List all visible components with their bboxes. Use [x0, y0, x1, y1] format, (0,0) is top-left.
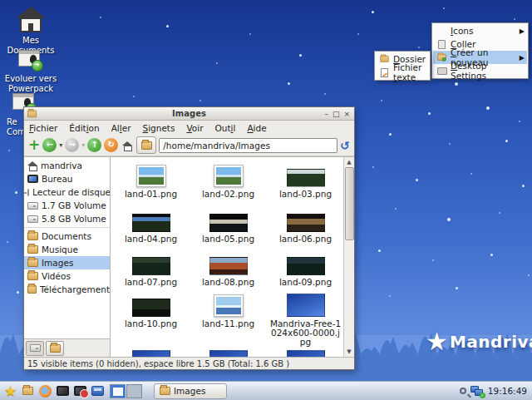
sidebar-item-musique[interactable]: Musique	[24, 243, 110, 256]
sidebar-item-documents[interactable]: Documents	[24, 230, 110, 243]
file-item[interactable]: land-01.png	[112, 160, 190, 205]
image-thumb-blue	[287, 350, 325, 357]
file-item[interactable]: land-02.png	[190, 160, 267, 205]
sidebar-item-label: Musique	[42, 244, 78, 254]
menu-aide[interactable]: Aide	[247, 123, 266, 133]
menu-signets[interactable]: Signets	[143, 123, 175, 133]
image-thumb-framed	[214, 294, 244, 317]
file-manager-icon[interactable]	[20, 383, 36, 398]
pager-desktop-1[interactable]	[110, 384, 126, 398]
up-button[interactable]: ↑	[87, 138, 101, 152]
reload-button[interactable]: ↻	[104, 138, 118, 152]
forward-history-dropdown[interactable]: ▾	[81, 141, 85, 149]
sidebar-item-téléchargement[interactable]: Téléchargement	[24, 283, 110, 296]
file-item[interactable]: land-05.png	[190, 205, 267, 249]
file-item[interactable]: Mandriva-	[112, 347, 190, 357]
sidebar-item-vidéos[interactable]: Vidéos	[24, 269, 110, 283]
menu-item-fichier-texte[interactable]: Fichier texte	[376, 66, 429, 79]
file-item[interactable]: land-03.png	[267, 160, 344, 205]
file-item[interactable]: land-04.png	[112, 205, 190, 249]
back-button[interactable]: ←	[42, 138, 57, 152]
folder-icon	[380, 56, 388, 62]
menu-fichier[interactable]: Fichier	[29, 123, 57, 133]
folder-icon	[27, 285, 37, 294]
menu-voir[interactable]: Voir	[186, 123, 203, 133]
vertical-scrollbar[interactable]: ▲ ▼	[343, 157, 354, 357]
file-item[interactable]: Mandriva-	[267, 347, 344, 357]
file-item[interactable]: land-11.png	[190, 290, 267, 347]
minimize-button[interactable]: –	[324, 110, 328, 118]
home-button[interactable]	[122, 141, 132, 150]
desktop-icon-evoluer-powerpack[interactable]: Evoluer vers Powerpack	[2, 50, 60, 94]
close-button[interactable]: ×	[343, 110, 350, 118]
menu-item-label: Fichier texte	[393, 62, 426, 82]
menu-édition[interactable]: Édition	[69, 123, 99, 133]
firefox-icon[interactable]	[37, 383, 53, 398]
file-name: land-10.png	[122, 319, 180, 328]
places-toggle-button[interactable]	[136, 136, 156, 154]
task-button-label: Images	[174, 386, 205, 396]
file-item[interactable]: land-07.png	[112, 249, 190, 290]
image-thumb-framed	[136, 165, 166, 187]
desktop-pager[interactable]	[110, 384, 142, 398]
file-name: land-05.png	[200, 235, 257, 244]
file-view[interactable]: land-01.pngland-02.pngland-03.pngland-04…	[111, 157, 354, 357]
go-refresh-button[interactable]: ↻	[340, 139, 350, 152]
file-item[interactable]: Mandriva-	[190, 347, 267, 357]
maximize-button[interactable]: □	[332, 110, 340, 118]
display-off-icon[interactable]	[72, 383, 88, 398]
scrollbar-thumb[interactable]	[345, 167, 354, 240]
task-button-images[interactable]: Images	[154, 383, 227, 399]
forward-button[interactable]: →	[65, 138, 79, 152]
network-display-icon[interactable]: ✓	[470, 386, 484, 397]
file-name: Mandriva-Free-1024x600-0000.jpg	[267, 319, 344, 347]
pager-desktop-2[interactable]	[126, 384, 142, 398]
star-icon: ★	[426, 329, 448, 354]
menu-aller[interactable]: Aller	[111, 123, 131, 133]
sidebar-item-images[interactable]: Images	[24, 256, 110, 269]
window-list-icon[interactable]	[90, 383, 106, 398]
file-name: land-02.png	[200, 190, 257, 199]
file-thumbnail	[287, 249, 325, 275]
places-view-button[interactable]	[26, 341, 44, 356]
image-thumb-wide	[209, 214, 248, 232]
file-item[interactable]: land-06.png	[267, 205, 344, 249]
menu-star-icon[interactable]: ★	[2, 383, 18, 398]
menu-item-icons[interactable]: Icons▶	[433, 24, 527, 37]
back-history-dropdown[interactable]: ▾	[59, 141, 62, 149]
menu-item-desktop-settings[interactable]: Desktop Settings	[433, 64, 527, 77]
display-icon[interactable]	[55, 383, 71, 398]
window-titlebar[interactable]: Images – □ ×	[24, 107, 354, 121]
sidebar-item-lecteur-de-disquette[interactable]: Lecteur de disquette	[24, 185, 110, 199]
menu-outil[interactable]: Outil	[215, 123, 236, 133]
new-folder-icon	[437, 54, 446, 61]
folder-icon	[160, 387, 170, 395]
scroll-down-icon[interactable]: ▼	[347, 347, 351, 357]
sidebar-item-1.7-gb-volume[interactable]: 1.7 GB Volume	[24, 199, 110, 212]
folder-icon	[27, 272, 38, 280]
folder-icon	[27, 232, 38, 240]
folder-icon	[50, 344, 61, 353]
sidebar-item-5.8-gb-volume[interactable]: 5.8 GB Volume	[24, 212, 110, 225]
mandriva-logo: ★ Mandriva	[426, 329, 532, 354]
text-file-icon	[378, 67, 391, 77]
file-thumbnail	[209, 205, 248, 232]
file-item[interactable]: land-08.png	[190, 249, 267, 290]
address-input[interactable]	[159, 138, 337, 153]
file-item[interactable]: Mandriva-Free-1024x600-0000.jpg	[267, 290, 344, 347]
image-thumb-wide	[132, 214, 170, 232]
sidebar-item-bureau[interactable]: Bureau	[24, 172, 110, 185]
image-thumb-wide	[287, 214, 325, 232]
side-pane-switcher	[24, 338, 110, 357]
file-item[interactable]: land-10.png	[112, 290, 190, 347]
desktop-context-menu: Icons▶CollerCréer un nouveau▶Desktop Set…	[431, 22, 529, 79]
sidebar-item-mandriva[interactable]: mandriva	[24, 159, 110, 172]
search-icon[interactable]	[460, 388, 466, 394]
tree-view-button[interactable]	[46, 341, 64, 356]
scroll-up-icon[interactable]: ▲	[347, 157, 351, 167]
file-item[interactable]: land-09.png	[267, 249, 344, 290]
sidebar-item-label: Bureau	[42, 174, 73, 184]
new-tab-button[interactable]: +	[28, 138, 40, 152]
file-thumbnail	[132, 290, 170, 317]
desktop-icon-mes-documents[interactable]: Mes Documents	[2, 7, 60, 56]
